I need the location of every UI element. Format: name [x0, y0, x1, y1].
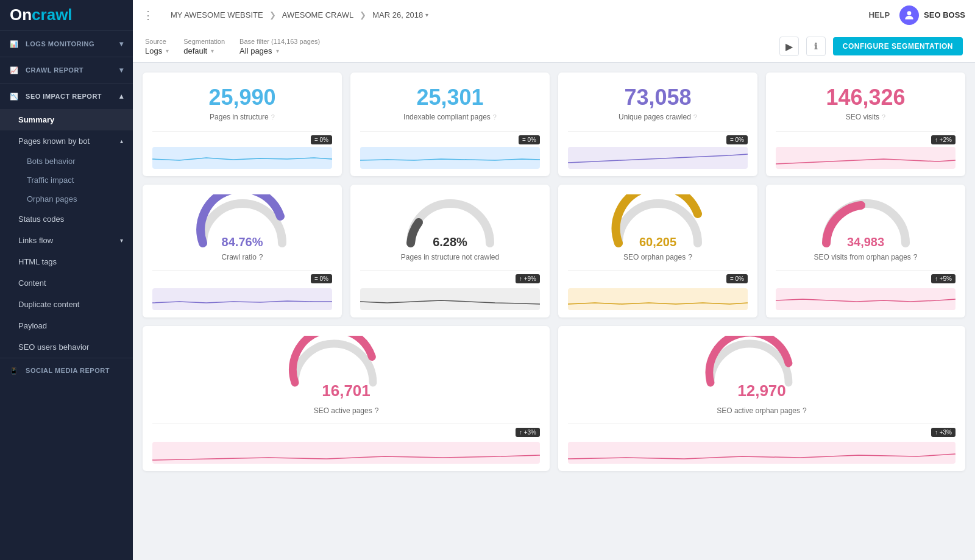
help-link[interactable]: HELP	[868, 10, 890, 19]
gauge-visual: 6.28%	[402, 194, 499, 249]
metric-label: Unique pages crawled ?	[619, 113, 697, 121]
help-icon[interactable]: ?	[693, 113, 697, 121]
gauge-value: 6.28%	[433, 235, 467, 249]
breadcrumb: MY AWESOME WEBSITE ❯ AWESOME CRAWL ❯ MAR…	[158, 10, 868, 19]
sidebar-item-seo-users-behavior[interactable]: SEO users behavior	[0, 336, 133, 358]
help-icon[interactable]: ?	[375, 406, 379, 415]
metric-cards-row1: 25,990 Pages in structure ? = 0%	[143, 73, 965, 176]
sidebar-section-seo: 📉 SEO IMPACT REPORT ▴ Summary Pages know…	[0, 83, 133, 358]
bar-icon: 📈	[10, 66, 19, 74]
breadcrumb-crawl[interactable]: AWESOME CRAWL	[282, 10, 354, 19]
logo-crawl: crawl	[32, 5, 73, 24]
video-icon: ▶	[785, 41, 793, 52]
metric-trend: = 0%	[152, 135, 332, 144]
sidebar-item-html-tags[interactable]: HTML tags	[0, 251, 133, 272]
logo-on: On	[10, 5, 32, 24]
help-icon[interactable]: ?	[493, 113, 497, 121]
source-value: Logs	[145, 46, 162, 55]
user-badge[interactable]: SEO BOSS	[899, 5, 965, 25]
trend-badge: ↑ +2%	[931, 135, 956, 144]
trend-badge: ↑ +9%	[516, 274, 540, 283]
video-icon-btn[interactable]: ▶	[779, 37, 799, 56]
base-filter-select[interactable]: All pages ▾	[239, 46, 320, 55]
main-content: 25,990 Pages in structure ? = 0%	[133, 63, 975, 560]
source-filter: Source Logs ▾	[145, 38, 169, 55]
metric-label: Pages in structure not crawled	[401, 253, 499, 261]
sidebar-item-pages-known[interactable]: Pages known by bot ▴	[0, 130, 133, 152]
metric-card-unique-pages-crawled: 73,058 Unique pages crawled ? = 0%	[558, 73, 757, 176]
gauge-value: 12,970	[737, 381, 786, 400]
sidebar-item-bots-behavior[interactable]: Bots behavior	[0, 152, 133, 171]
sidebar-section-crawl: 📈 CRAWL REPORT ▾	[0, 57, 133, 83]
chevron-down-icon: ▾	[276, 48, 279, 54]
trend-badge: ↑ +3%	[516, 428, 540, 437]
trend-badge: = 0%	[311, 274, 332, 283]
sidebar-item-summary[interactable]: Summary	[0, 109, 133, 130]
gauge-card-seo-orphan-pages: 60,205 SEO orphan pages ? = 0%	[558, 185, 757, 317]
segmentation-filter: Segmentation default ▾	[183, 38, 225, 55]
trend-badge: ↑ +5%	[931, 274, 956, 283]
breadcrumb-site[interactable]: MY AWESOME WEBSITE	[171, 10, 263, 19]
metric-card-seo-visits: 146,326 SEO visits ? ↑ +2%	[766, 73, 965, 176]
sidebar-item-orphan-pages[interactable]: Orphan pages	[0, 190, 133, 208]
sparkline-area	[360, 147, 540, 169]
gauge-visual: 12,970	[701, 336, 823, 403]
sidebar-item-logs-monitoring[interactable]: 📊 LOGS MONITORING ▾	[0, 31, 133, 57]
breadcrumb-date[interactable]: MAR 26, 2018 ▾	[372, 10, 428, 19]
sidebar-item-social-media-report[interactable]: 📱 SOCIAL MEDIA REPORT	[0, 358, 133, 383]
sidebar-item-crawl-report[interactable]: 📈 CRAWL REPORT ▾	[0, 57, 133, 83]
metric-label: SEO orphan pages ?	[623, 253, 692, 261]
help-icon[interactable]: ?	[803, 406, 807, 415]
breadcrumb-sep1: ❯	[269, 10, 276, 19]
gauge-visual: 84.76%	[194, 194, 291, 249]
metric-label: Crawl ratio ?	[221, 253, 263, 261]
metric-label: SEO visits ?	[846, 113, 885, 121]
gauge-value: 60,205	[639, 235, 676, 249]
chevron-down-icon: ▾	[425, 12, 428, 18]
info-icon-btn[interactable]: ℹ	[806, 37, 826, 56]
help-icon[interactable]: ?	[882, 113, 885, 121]
avatar	[899, 5, 919, 25]
metric-value: 73,058	[624, 85, 691, 110]
metric-trend: ↑ +2%	[776, 135, 956, 144]
chevron-down-icon: ▾	[120, 237, 123, 244]
help-icon[interactable]: ?	[688, 253, 692, 261]
sidebar-item-content[interactable]: Content	[0, 272, 133, 294]
help-icon[interactable]: ?	[271, 113, 275, 121]
metric-trend: ↑ +9%	[360, 274, 540, 283]
chevron-up-icon: ▴	[119, 92, 124, 101]
metric-value: 25,990	[208, 85, 275, 110]
sidebar-item-status-codes[interactable]: Status codes	[0, 208, 133, 230]
help-icon[interactable]: ?	[259, 253, 263, 261]
sparkline-area	[568, 442, 956, 464]
trend-badge: = 0%	[311, 135, 332, 144]
sparkline-area	[568, 147, 748, 169]
configure-segmentation-button[interactable]: CONFIGURE SEGMENTATION	[833, 37, 963, 55]
gauge-card-seo-active-pages: 16,701 SEO active pages ? ↑ +3%	[143, 326, 550, 471]
trend-badge: ↑ +3%	[931, 428, 956, 437]
chevron-down-icon: ▾	[119, 40, 124, 48]
metric-value: 25,301	[416, 85, 483, 110]
help-icon[interactable]: ?	[913, 253, 918, 261]
sidebar-item-seo-impact-report[interactable]: 📉 SEO IMPACT REPORT ▴	[0, 83, 133, 109]
segmentation-value: default	[183, 46, 207, 55]
sparkline-area	[152, 288, 332, 310]
sparkline-area	[776, 288, 956, 310]
sparkline-area	[152, 147, 332, 169]
trend-badge: = 0%	[519, 135, 540, 144]
sidebar-section-logs: 📊 LOGS MONITORING ▾	[0, 30, 133, 57]
segmentation-select[interactable]: default ▾	[183, 46, 225, 55]
sidebar-item-duplicate-content[interactable]: Duplicate content	[0, 294, 133, 315]
seo-icon: 📉	[10, 93, 19, 100]
sidebar: 📊 LOGS MONITORING ▾ 📈 CRAWL REPORT ▾ 📉 S…	[0, 30, 133, 560]
metric-cards-row2: 84.76% Crawl ratio ? = 0%	[143, 185, 965, 317]
sidebar-section-social: 📱 SOCIAL MEDIA REPORT	[0, 358, 133, 383]
sidebar-item-payload[interactable]: Payload	[0, 315, 133, 336]
sidebar-item-traffic-impact[interactable]: Traffic impact	[0, 171, 133, 190]
metric-value: 146,326	[826, 85, 905, 110]
dots-menu[interactable]: ⋮	[143, 9, 154, 22]
user-name: SEO BOSS	[924, 10, 965, 19]
chevron-down-icon: ▾	[211, 48, 214, 54]
sidebar-item-links-flow[interactable]: Links flow ▾	[0, 230, 133, 251]
source-select[interactable]: Logs ▾	[145, 46, 169, 55]
